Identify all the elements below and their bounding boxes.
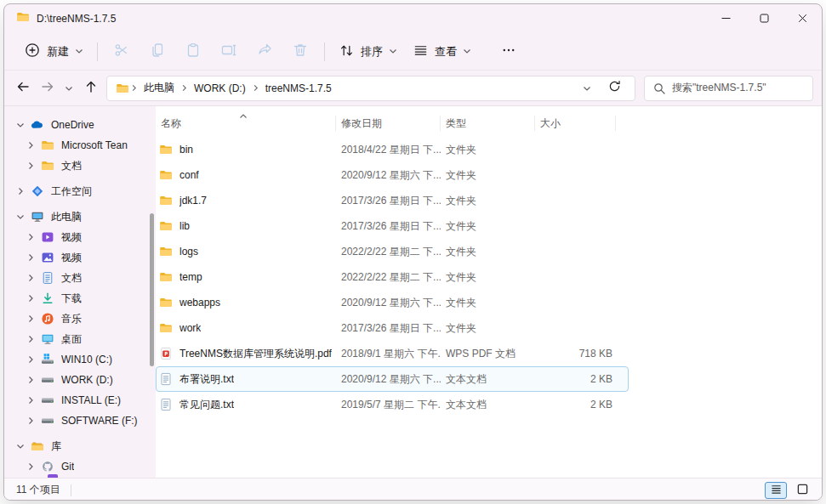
sidebar-item-libraries[interactable]: 库	[8, 436, 151, 456]
history-dropdown-button[interactable]	[60, 76, 78, 101]
sidebar-item-drive-f[interactable]: SOFTWARE (F:)	[8, 411, 151, 431]
up-button[interactable]	[78, 76, 103, 101]
onedrive-icon	[30, 118, 45, 132]
chevron-down-icon[interactable]	[13, 121, 28, 129]
sidebar-item-label: OneDrive	[51, 119, 94, 131]
sidebar-item-music[interactable]: 音乐	[8, 309, 151, 329]
chevron-right-icon[interactable]	[13, 187, 28, 195]
file-explorer-window: D:\treeNMS-1.7.5 新建 排序	[3, 3, 823, 501]
breadcrumb-item[interactable]: WORK (D:)	[189, 80, 251, 97]
folder-icon	[159, 321, 173, 335]
large-icons-view-toggle[interactable]	[791, 482, 813, 499]
details-view-toggle[interactable]	[765, 482, 787, 499]
folder-icon	[159, 219, 173, 233]
back-button[interactable]	[11, 76, 36, 101]
breadcrumb-item[interactable]: 此电脑	[139, 78, 179, 98]
file-row-conf[interactable]: conf2020/9/12 星期六 下...文件夹	[156, 162, 629, 188]
file-name: conf	[179, 169, 199, 181]
sidebar-item-workspace[interactable]: 工作空间	[8, 181, 151, 201]
search-input[interactable]	[672, 82, 804, 94]
chevron-down-icon[interactable]	[13, 212, 28, 221]
refresh-button[interactable]	[604, 78, 624, 99]
maximize-button[interactable]	[745, 4, 783, 33]
this-pc-icon	[30, 210, 45, 224]
column-header-type[interactable]: 类型	[441, 116, 535, 131]
file-row-webapps[interactable]: webapps2020/9/12 星期六 下...文件夹	[156, 290, 629, 315]
address-bar: 此电脑WORK (D:)treeNMS-1.7.5	[4, 71, 822, 106]
forward-button[interactable]	[36, 76, 60, 101]
sidebar-item-videos[interactable]: 视频	[8, 227, 151, 247]
rename-button[interactable]	[211, 38, 247, 65]
file-row-deploy-txt[interactable]: 布署说明.txt2020/9/12 星期六 下...文本文档2 KB	[156, 366, 629, 392]
chevron-right-icon[interactable]	[23, 396, 38, 405]
sidebar-item-drive-c[interactable]: WIN10 (C:)	[8, 349, 151, 370]
file-row-bin[interactable]: bin2018/4/22 星期日 下...文件夹	[156, 137, 629, 162]
delete-button[interactable]	[282, 38, 318, 65]
sidebar-item-label: 音乐	[61, 312, 82, 326]
sidebar-item-onedrive[interactable]: OneDrive	[8, 115, 151, 135]
file-type: 文本文档	[441, 372, 535, 387]
file-row-jdk17[interactable]: jdk1.72017/3/26 星期日 下...文件夹	[156, 188, 629, 213]
cut-button[interactable]	[104, 38, 140, 65]
chevron-right-icon[interactable]	[23, 161, 38, 170]
minimize-button[interactable]	[707, 4, 745, 33]
chevron-down-icon[interactable]	[13, 442, 28, 450]
share-button[interactable]	[247, 38, 282, 65]
chevron-right-icon[interactable]	[23, 335, 38, 343]
paste-button[interactable]	[175, 38, 211, 65]
sidebar-item-desktop[interactable]: 桌面	[8, 329, 151, 349]
search-icon	[653, 82, 665, 94]
window-folder-icon	[16, 10, 30, 27]
file-type: 文件夹	[441, 245, 535, 259]
sidebar-item-drive-d[interactable]: WORK (D:)	[8, 370, 151, 390]
file-row-logs[interactable]: logs2022/2/22 星期二 下...文件夹	[156, 239, 629, 264]
file-row-faq-txt[interactable]: 常见问题.txt2019/5/7 星期二 下午...文本文档2 KB	[156, 392, 629, 417]
column-header-size[interactable]: 大小	[535, 116, 616, 131]
sidebar-item-documents[interactable]: 文档	[8, 268, 151, 288]
chevron-right-icon[interactable]	[23, 355, 38, 364]
chevron-right-icon[interactable]	[23, 253, 38, 262]
file-type: 文件夹	[441, 168, 535, 183]
sidebar-scrollbar-thumb[interactable]	[150, 213, 154, 366]
more-options-button[interactable]	[491, 38, 527, 65]
file-name: temp	[179, 271, 202, 283]
chevron-right-icon[interactable]	[23, 314, 38, 323]
breadcrumb-item[interactable]: treeNMS-1.7.5	[260, 80, 337, 97]
search-box[interactable]	[644, 76, 813, 101]
screen: D:\treeNMS-1.7.5 新建 排序	[0, 0, 826, 504]
file-date-modified: 2022/2/22 星期二 下...	[336, 270, 441, 285]
arrow-right-icon	[41, 80, 54, 97]
file-size: 2 KB	[535, 399, 616, 411]
sidebar-item-drive-e[interactable]: INSTALL (E:)	[8, 390, 151, 411]
close-button[interactable]	[783, 4, 822, 33]
chevron-right-icon[interactable]	[23, 233, 38, 241]
sidebar-item-pictures[interactable]: 视频	[8, 247, 151, 268]
address-dropdown-button[interactable]	[577, 78, 597, 99]
view-button[interactable]: 查看	[405, 38, 479, 65]
file-row-work[interactable]: work2017/3/26 星期日 下...文件夹	[156, 315, 629, 341]
chevron-right-icon[interactable]	[23, 462, 38, 471]
chevron-right-icon[interactable]	[23, 274, 38, 282]
column-header-date-modified[interactable]: 修改日期	[336, 116, 441, 131]
sidebar-item-onedrive-docs[interactable]: 文档	[8, 156, 151, 176]
chevron-right-icon[interactable]	[23, 376, 38, 384]
toolbar-divider	[324, 42, 325, 61]
file-row-temp[interactable]: temp2022/2/22 星期二 下...文件夹	[156, 264, 629, 290]
drive-icon	[40, 394, 55, 407]
breadcrumb-bar[interactable]: 此电脑WORK (D:)treeNMS-1.7.5	[106, 76, 635, 101]
file-type: 文件夹	[441, 270, 535, 285]
chevron-right-icon[interactable]	[23, 141, 38, 150]
chevron-right-icon[interactable]	[23, 294, 38, 303]
sort-button[interactable]: 排序	[331, 38, 405, 65]
file-row-treenms-pdf[interactable]: TreeNMS数据库管理系统说明.pdf2018/9/1 星期六 下午...WP…	[156, 341, 629, 366]
sidebar-item-downloads[interactable]: 下载	[8, 288, 151, 309]
sidebar-item-this-pc[interactable]: 此电脑	[8, 207, 151, 227]
file-row-lib[interactable]: lib2017/3/26 星期日 下...文件夹	[156, 213, 629, 239]
sidebar-item-git[interactable]: Git	[8, 456, 151, 477]
sidebar-item-microsoft-teams[interactable]: Microsoft Tean	[8, 135, 151, 156]
new-button[interactable]: 新建	[16, 37, 91, 65]
copy-button[interactable]	[140, 38, 175, 65]
ellipsis-icon	[501, 42, 516, 61]
item-count: 11 个项目	[16, 483, 60, 497]
chevron-right-icon[interactable]	[23, 416, 38, 425]
